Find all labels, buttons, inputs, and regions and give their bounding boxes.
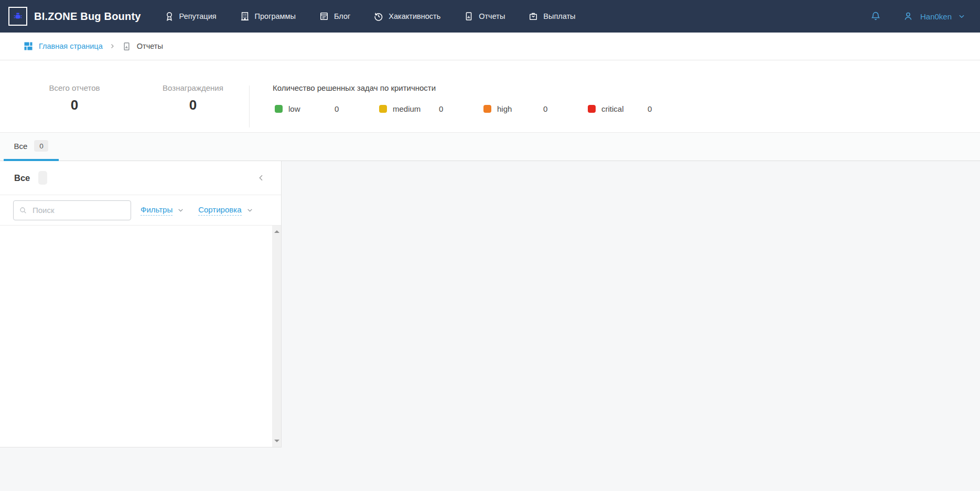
reports-list-panel: Все Фильтры Сортировка — [0, 161, 282, 447]
nav-item-reports[interactable]: Отчеты — [464, 11, 505, 22]
legend-label: high — [497, 104, 543, 113]
chevron-down-icon — [177, 207, 184, 214]
user-menu[interactable]: Han0ken — [902, 10, 965, 22]
username: Han0ken — [920, 12, 952, 21]
filters-label: Фильтры — [141, 205, 173, 216]
stat-total-reports: Всего отчетов 0 — [25, 83, 124, 113]
chevron-down-icon — [958, 13, 965, 20]
breadcrumb: Главная страница Отчеты — [0, 33, 980, 60]
list-scrollbar[interactable] — [272, 226, 281, 447]
reports-list — [0, 226, 281, 447]
legend-value: 0 — [543, 104, 547, 113]
collapse-panel-chevron-left-icon[interactable] — [257, 174, 265, 182]
top-navbar: BI.ZONE Bug Bounty Репутация Программы — [0, 0, 980, 33]
severity-swatch — [275, 105, 283, 113]
chevron-right-icon — [109, 43, 115, 49]
user-icon — [902, 10, 914, 22]
nav-item-blog[interactable]: Блог — [319, 11, 350, 22]
legend-value: 0 — [439, 104, 443, 113]
severity-swatch — [483, 105, 491, 113]
severity-legend: low 0 medium 0 high 0 critical 0 — [275, 104, 692, 113]
report-doc-icon — [122, 41, 132, 51]
nav-item-payments[interactable]: Выплаты — [528, 11, 575, 22]
panel-title: Все — [14, 173, 30, 183]
severity-chart-title: Количество решенных задач по критичности — [273, 83, 436, 92]
stat-label: Всего отчетов — [25, 83, 124, 92]
vertical-divider — [249, 86, 250, 127]
panel-count-badge — [38, 171, 47, 185]
panel-header: Все — [0, 161, 281, 195]
stat-value: 0 — [25, 97, 124, 113]
nav-item-label: Хакактивность — [389, 12, 440, 20]
legend-item-high: high 0 — [483, 104, 588, 113]
sort-label: Сортировка — [198, 205, 241, 216]
legend-value: 0 — [648, 104, 652, 113]
dashboard-grid-icon — [23, 41, 34, 51]
legend-label: critical — [601, 104, 648, 113]
legend-label: low — [288, 104, 335, 113]
panel-toolbar: Фильтры Сортировка — [0, 195, 281, 226]
report-icon — [464, 11, 474, 22]
nav-item-label: Программы — [255, 12, 296, 20]
chevron-down-icon — [246, 207, 253, 214]
bizone-bug-logo-icon — [8, 7, 27, 26]
nav-item-label: Репутация — [179, 12, 217, 20]
scroll-down-arrow[interactable] — [272, 436, 281, 445]
tab-bar: Все 0 — [0, 133, 980, 161]
nav-item-hackactivity[interactable]: Хакактивность — [373, 11, 440, 22]
tab-all[interactable]: Все 0 — [4, 133, 59, 161]
nav-item-label: Блог — [334, 12, 350, 20]
brand-home-link[interactable]: BI.ZONE Bug Bounty — [8, 7, 141, 26]
breadcrumb-home-label: Главная страница — [39, 42, 103, 50]
news-icon — [319, 11, 329, 22]
filters-dropdown[interactable]: Фильтры — [141, 205, 184, 216]
legend-item-medium: medium 0 — [379, 104, 483, 113]
notifications-bell-icon[interactable] — [870, 10, 881, 22]
search-input[interactable] — [13, 200, 131, 220]
stat-value: 0 — [143, 97, 243, 113]
main-nav: Репутация Программы Блог — [164, 11, 576, 22]
nav-item-programs[interactable]: Программы — [240, 11, 296, 22]
building-icon — [240, 11, 250, 22]
history-icon — [373, 11, 384, 22]
brand-title: BI.ZONE Bug Bounty — [34, 10, 141, 23]
stats-section: Всего отчетов 0 Вознаграждения 0 Количес… — [0, 60, 980, 133]
tab-all-count-badge: 0 — [34, 140, 48, 152]
scroll-up-arrow[interactable] — [272, 227, 281, 236]
briefcase-icon — [528, 11, 539, 22]
sort-dropdown[interactable]: Сортировка — [198, 205, 253, 216]
legend-value: 0 — [335, 104, 339, 113]
breadcrumb-current: Отчеты — [122, 41, 163, 51]
stat-rewards: Вознаграждения 0 — [143, 83, 243, 113]
medal-icon — [164, 11, 175, 22]
search-box — [13, 200, 131, 220]
legend-label: medium — [393, 104, 439, 113]
main-content-area — [282, 161, 980, 491]
tab-all-label: Все — [14, 142, 28, 151]
breadcrumb-home[interactable]: Главная страница — [23, 41, 103, 51]
nav-item-reputation[interactable]: Репутация — [164, 11, 217, 22]
nav-item-label: Выплаты — [543, 12, 575, 20]
nav-item-label: Отчеты — [479, 12, 505, 20]
severity-swatch — [588, 105, 596, 113]
legend-item-low: low 0 — [275, 104, 379, 113]
severity-swatch — [379, 105, 387, 113]
search-icon — [19, 206, 27, 215]
legend-item-critical: critical 0 — [588, 104, 692, 113]
stat-label: Вознаграждения — [143, 83, 243, 92]
navbar-right: Han0ken — [870, 10, 965, 22]
breadcrumb-current-label: Отчеты — [137, 42, 163, 50]
